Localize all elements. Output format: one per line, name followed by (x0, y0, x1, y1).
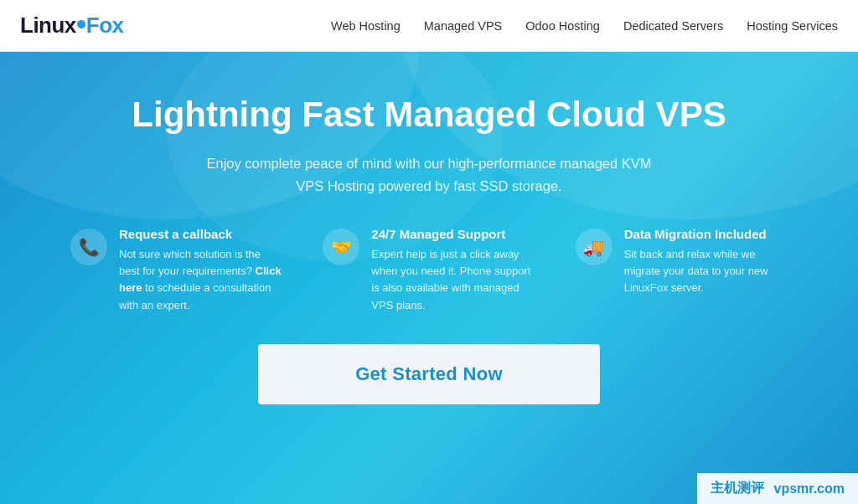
header: LinuxFox Web Hosting Managed VPS Odoo Ho… (0, 0, 858, 52)
nav-hosting-services[interactable]: Hosting Services (747, 19, 838, 33)
main-nav: Web Hosting Managed VPS Odoo Hosting Ded… (331, 19, 838, 33)
watermark-chinese: 主机测评 (711, 480, 764, 497)
hero-content: Lightning Fast Managed Cloud VPS Enjoy c… (0, 52, 858, 227)
support-body: Expert help is just a click away when yo… (371, 246, 535, 314)
migration-text: Data Migration Included Sit back and rel… (624, 227, 788, 296)
support-text: 24/7 Managed Support Expert help is just… (371, 227, 535, 314)
logo[interactable]: LinuxFox (20, 13, 124, 39)
migration-body: Sit back and relax while we migrate your… (624, 246, 788, 296)
logo-dot (77, 20, 85, 28)
feature-support: 🤝 24/7 Managed Support Expert help is ju… (302, 227, 555, 314)
hero-title: Lightning Fast Managed Cloud VPS (0, 94, 858, 136)
watermark-badge: 主机测评 vpsmr.com (697, 473, 858, 504)
cta-container: Get Started Now (0, 344, 858, 404)
logo-text-fox: Fox (86, 13, 124, 39)
nav-odoo-hosting[interactable]: Odoo Hosting (525, 19, 600, 33)
feature-callback: 📞 Request a callback Not sure which solu… (50, 227, 302, 314)
callback-heading: Request a callback (119, 227, 282, 241)
watermark-domain: vpsmr.com (774, 481, 845, 496)
get-started-button[interactable]: Get Started Now (258, 344, 600, 404)
nav-dedicated-servers[interactable]: Dedicated Servers (623, 19, 723, 33)
callback-body: Not sure which solution is the best for … (119, 246, 282, 314)
feature-migration: 🚚 Data Migration Included Sit back and r… (556, 227, 808, 314)
callback-icon: 📞 (70, 229, 107, 265)
migration-icon: 🚚 (576, 229, 612, 265)
hero-section: Lightning Fast Managed Cloud VPS Enjoy c… (0, 52, 858, 504)
support-heading: 24/7 Managed Support (371, 227, 535, 241)
features-row: 📞 Request a callback Not sure which solu… (0, 227, 858, 314)
migration-heading: Data Migration Included (624, 227, 788, 241)
hero-subtitle: Enjoy complete peace of mind with our hi… (194, 152, 664, 197)
nav-web-hosting[interactable]: Web Hosting (331, 19, 401, 33)
callback-text-after: to schedule a consultation with an exper… (119, 281, 271, 311)
nav-managed-vps[interactable]: Managed VPS (424, 19, 503, 33)
callback-text: Request a callback Not sure which soluti… (119, 227, 282, 314)
logo-text-linux: Linux (20, 13, 76, 39)
support-icon: 🤝 (323, 229, 359, 265)
callback-text-before: Not sure which solution is the best for … (119, 248, 261, 277)
